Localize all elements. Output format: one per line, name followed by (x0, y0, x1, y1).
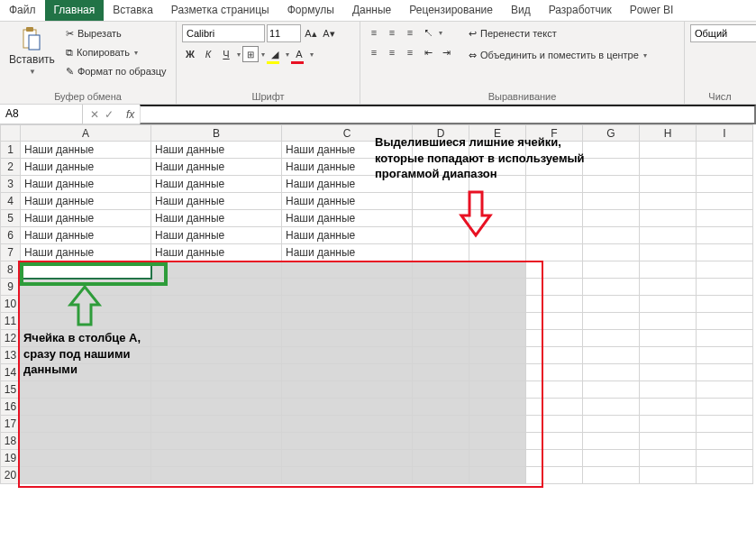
row-header-19[interactable]: 19 (1, 450, 21, 467)
cell-B8[interactable] (151, 261, 282, 279)
grow-font-button[interactable]: A▴ (303, 25, 319, 41)
underline-button[interactable]: Ч (218, 46, 234, 62)
tab-review[interactable]: Рецензирование (400, 0, 502, 21)
align-right-button[interactable]: ≡ (402, 44, 418, 60)
cell-F16[interactable] (526, 399, 583, 416)
format-painter-button[interactable]: ✎ Формат по образцу (62, 62, 170, 80)
align-left-button[interactable]: ≡ (366, 44, 382, 60)
cell-H9[interactable] (640, 279, 697, 296)
cell-D14[interactable] (413, 364, 469, 381)
cell-B18[interactable] (151, 433, 282, 450)
cell-I10[interactable] (697, 296, 753, 313)
tab-view[interactable]: Вид (502, 0, 540, 21)
name-box[interactable] (0, 105, 83, 124)
cell-A19[interactable] (21, 450, 151, 467)
cell-E20[interactable] (469, 467, 526, 484)
cell-G12[interactable] (583, 330, 640, 347)
col-header-I[interactable]: I (697, 125, 753, 142)
indent-decrease-button[interactable]: ⇤ (420, 44, 436, 60)
cell-C13[interactable] (282, 347, 413, 364)
cell-G20[interactable] (583, 467, 640, 484)
cell-B14[interactable] (151, 364, 282, 381)
cell-A20[interactable] (21, 467, 151, 484)
cell-E9[interactable] (469, 279, 526, 296)
cell-H10[interactable] (640, 296, 697, 313)
cell-D15[interactable] (413, 381, 469, 399)
cell-C15[interactable] (282, 381, 413, 399)
col-header-H[interactable]: H (640, 125, 697, 142)
cell-B20[interactable] (151, 467, 282, 484)
cell-F18[interactable] (526, 433, 583, 450)
row-header-14[interactable]: 14 (1, 364, 21, 381)
cell-G11[interactable] (583, 313, 640, 330)
cell-A10[interactable] (21, 296, 151, 313)
shrink-font-button[interactable]: A▾ (321, 25, 337, 41)
cell-G8[interactable] (583, 261, 640, 279)
cell-D18[interactable] (413, 433, 469, 450)
cell-H13[interactable] (640, 347, 697, 364)
row-header-15[interactable]: 15 (1, 381, 21, 399)
cell-I18[interactable] (697, 433, 753, 450)
cell-E6[interactable] (469, 227, 526, 244)
cell-B10[interactable] (151, 296, 282, 313)
cell-H11[interactable] (640, 313, 697, 330)
cell-A9[interactable] (21, 279, 151, 296)
cell-E13[interactable] (469, 347, 526, 364)
row-header-4[interactable]: 4 (1, 193, 21, 210)
cell-D4[interactable] (413, 193, 469, 210)
italic-button[interactable]: К (200, 46, 216, 62)
cell-I19[interactable] (697, 450, 753, 467)
cell-E19[interactable] (469, 450, 526, 467)
cell-A16[interactable] (21, 399, 151, 416)
cell-B7[interactable]: Наши данные (151, 244, 282, 261)
cell-A2[interactable]: Наши данные (21, 159, 151, 176)
cell-F17[interactable] (526, 416, 583, 433)
cell-F10[interactable] (526, 296, 583, 313)
cell-A1[interactable]: Наши данные (21, 142, 151, 159)
cell-B19[interactable] (151, 450, 282, 467)
align-center-button[interactable]: ≡ (384, 44, 400, 60)
cell-D7[interactable] (413, 244, 469, 261)
cell-F19[interactable] (526, 450, 583, 467)
cell-D10[interactable] (413, 296, 469, 313)
cell-C6[interactable]: Наши данные (282, 227, 413, 244)
row-header-10[interactable]: 10 (1, 296, 21, 313)
fx-label[interactable]: fx (121, 108, 140, 121)
cell-E16[interactable] (469, 399, 526, 416)
paste-button[interactable]: Вставить ▼ (5, 24, 59, 78)
cell-D9[interactable] (413, 279, 469, 296)
cell-D8[interactable] (413, 261, 469, 279)
row-header-2[interactable]: 2 (1, 159, 21, 176)
cell-C20[interactable] (282, 467, 413, 484)
cell-F15[interactable] (526, 381, 583, 399)
cell-F13[interactable] (526, 347, 583, 364)
cell-H14[interactable] (640, 364, 697, 381)
cell-D19[interactable] (413, 450, 469, 467)
cell-B9[interactable] (151, 279, 282, 296)
cell-F6[interactable] (526, 227, 583, 244)
cell-A6[interactable]: Наши данные (21, 227, 151, 244)
tab-home[interactable]: Главная (45, 0, 105, 21)
cell-A11[interactable] (21, 313, 151, 330)
cut-button[interactable]: ✂ Вырезать (62, 24, 170, 42)
row-header-5[interactable]: 5 (1, 210, 21, 227)
cell-E10[interactable] (469, 296, 526, 313)
align-middle-button[interactable]: ≡ (384, 24, 400, 41)
cell-H1[interactable] (640, 142, 697, 159)
cell-C8[interactable] (282, 261, 413, 279)
cell-B4[interactable]: Наши данные (151, 193, 282, 210)
cell-I11[interactable] (697, 313, 753, 330)
cell-I4[interactable] (697, 193, 753, 210)
cell-B11[interactable] (151, 313, 282, 330)
wrap-text-button[interactable]: ↩ Перенести текст (465, 24, 651, 42)
cell-A7[interactable]: Наши данные (21, 244, 151, 261)
cell-G5[interactable] (583, 210, 640, 227)
cell-D11[interactable] (413, 313, 469, 330)
cell-C18[interactable] (282, 433, 413, 450)
cell-E11[interactable] (469, 313, 526, 330)
cell-H19[interactable] (640, 450, 697, 467)
cell-G14[interactable] (583, 364, 640, 381)
cell-H18[interactable] (640, 433, 697, 450)
cell-I8[interactable] (697, 261, 753, 279)
cell-A17[interactable] (21, 416, 151, 433)
